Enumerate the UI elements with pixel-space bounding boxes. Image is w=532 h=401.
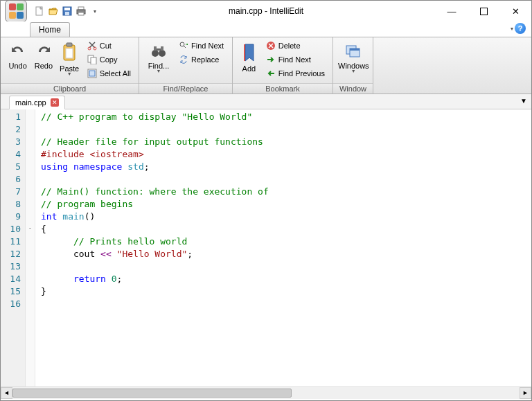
- svg-point-17: [152, 50, 159, 57]
- paste-button[interactable]: Paste ▼: [57, 39, 82, 82]
- svg-rect-14: [91, 57, 96, 64]
- bookmark-add-label: Add: [242, 64, 256, 73]
- fold-marker: [26, 284, 35, 296]
- close-tab-icon[interactable]: ✕: [51, 98, 59, 107]
- windows-icon: [344, 42, 362, 60]
- code-line[interactable]: [41, 123, 531, 136]
- line-number: 7: [2, 186, 21, 198]
- copy-label: Copy: [100, 55, 118, 64]
- code-line[interactable]: return 0;: [41, 273, 531, 285]
- arrow-left-icon: [266, 69, 276, 78]
- bookmark-find-next-button[interactable]: Find Next: [263, 53, 328, 66]
- maximize-button[interactable]: [468, 1, 499, 21]
- copy-button[interactable]: Copy: [84, 53, 134, 66]
- svg-rect-27: [350, 48, 360, 51]
- windows-button[interactable]: Windows ▼: [337, 39, 370, 82]
- code-line[interactable]: // Prints hello world: [41, 235, 531, 248]
- app-icon[interactable]: [5, 0, 27, 22]
- scroll-thumb[interactable]: [12, 389, 292, 398]
- titlebar: ▾ main.cpp - IntelliEdit — ✕: [1, 1, 531, 21]
- code-editor[interactable]: 12345678910111213141516 - // C++ program…: [1, 109, 531, 386]
- fold-marker: [26, 271, 35, 284]
- fold-marker: [26, 234, 35, 247]
- paste-icon: [60, 42, 78, 63]
- fold-gutter[interactable]: -: [26, 109, 35, 386]
- line-number: 9: [2, 211, 21, 223]
- save-icon[interactable]: [62, 6, 73, 17]
- close-button[interactable]: ✕: [499, 1, 531, 21]
- code-line[interactable]: [41, 298, 531, 310]
- fold-marker[interactable]: -: [26, 222, 35, 234]
- code-line[interactable]: [41, 260, 531, 273]
- line-number: 2: [2, 123, 21, 136]
- horizontal-scrollbar[interactable]: ◄ ►: [1, 386, 531, 398]
- bookmark-icon: [240, 42, 258, 63]
- select-all-label: Select All: [100, 69, 131, 78]
- fold-marker: [26, 209, 35, 222]
- open-file-icon[interactable]: [48, 6, 59, 17]
- svg-rect-7: [480, 8, 487, 15]
- code-line[interactable]: cout << "Hello World";: [41, 248, 531, 260]
- redo-button[interactable]: Redo: [30, 39, 56, 82]
- help-icon[interactable]: ?: [515, 23, 526, 34]
- scroll-right-button[interactable]: ►: [520, 387, 531, 399]
- code-line[interactable]: [41, 173, 531, 186]
- line-number: 4: [2, 148, 21, 161]
- select-all-button[interactable]: Select All: [84, 66, 134, 80]
- fold-marker: [26, 134, 35, 147]
- ribbon-options-icon[interactable]: ▾: [511, 26, 513, 32]
- code-line[interactable]: int main(): [41, 211, 531, 223]
- group-clipboard: Undo Redo Paste ▼ Cut Copy: [1, 37, 139, 93]
- group-label-bookmark: Bookmark: [233, 83, 332, 93]
- print-icon[interactable]: [76, 6, 87, 17]
- code-line[interactable]: using namespace std;: [41, 161, 531, 173]
- bookmark-add-button[interactable]: Add: [237, 39, 261, 82]
- code-line[interactable]: }: [41, 285, 531, 298]
- svg-rect-6: [78, 12, 84, 15]
- svg-rect-23: [244, 44, 245, 61]
- copy-icon: [87, 55, 97, 64]
- replace-icon: [179, 55, 188, 64]
- scroll-track[interactable]: [12, 387, 520, 399]
- cut-button[interactable]: Cut: [84, 39, 134, 53]
- new-file-icon[interactable]: [34, 6, 45, 17]
- document-tab-menu-icon[interactable]: ▼: [520, 97, 527, 105]
- line-number: 10: [2, 223, 21, 235]
- bookmark-delete-button[interactable]: Delete: [263, 39, 328, 53]
- group-bookmark: Add Delete Find Next Find Previous Bookm…: [233, 37, 333, 93]
- replace-label: Replace: [191, 55, 219, 64]
- svg-rect-20: [161, 46, 163, 51]
- code-line[interactable]: {: [41, 223, 531, 235]
- tab-home[interactable]: Home: [30, 22, 70, 37]
- code-line[interactable]: // C++ program to display "Hello World": [41, 111, 531, 123]
- fold-marker: [26, 184, 35, 197]
- line-number: 6: [2, 173, 21, 186]
- svg-point-18: [159, 50, 166, 57]
- find-button[interactable]: Find... ▼: [143, 39, 174, 82]
- code-area[interactable]: // C++ program to display "Hello World" …: [35, 109, 531, 386]
- code-line[interactable]: // Main() function: where the execution …: [41, 186, 531, 198]
- svg-rect-21: [157, 48, 161, 51]
- line-number: 15: [2, 285, 21, 298]
- line-number: 16: [2, 298, 21, 310]
- undo-button[interactable]: Undo: [5, 39, 30, 82]
- code-line[interactable]: // Header file for input output function…: [41, 136, 531, 148]
- undo-icon: [9, 42, 27, 60]
- group-label-window: Window: [333, 83, 373, 93]
- line-number-gutter: 12345678910111213141516: [1, 109, 26, 386]
- find-next-button[interactable]: Find Next: [175, 39, 227, 53]
- code-line[interactable]: // program begins: [41, 198, 531, 211]
- fold-marker: [26, 147, 35, 159]
- replace-button[interactable]: Replace: [175, 53, 227, 66]
- minimize-button[interactable]: —: [436, 1, 468, 21]
- document-tab[interactable]: main.cpp ✕: [9, 96, 65, 109]
- document-tab-label: main.cpp: [15, 98, 46, 107]
- qat-customize-icon[interactable]: ▾: [89, 6, 100, 17]
- fold-marker: [26, 197, 35, 209]
- code-line[interactable]: #include <iostream>: [41, 148, 531, 161]
- scroll-left-button[interactable]: ◄: [1, 387, 12, 399]
- group-label-clipboard: Clipboard: [1, 83, 139, 93]
- group-window: Windows ▼ Window: [333, 37, 373, 93]
- arrow-right-icon: [266, 55, 276, 64]
- bookmark-find-prev-button[interactable]: Find Previous: [263, 66, 328, 80]
